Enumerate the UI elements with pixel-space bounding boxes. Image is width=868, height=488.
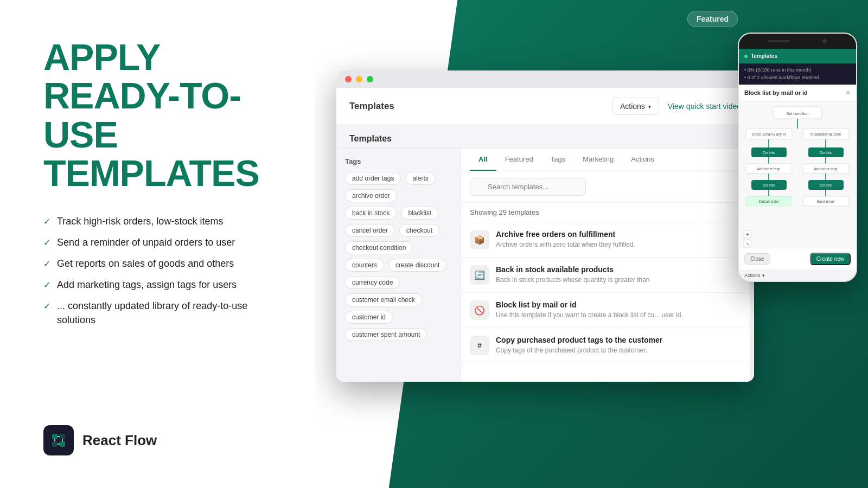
header-actions: Actions ▾ View quick start video	[612, 98, 741, 115]
phone-card-title: Block list by mail or id	[744, 89, 808, 96]
template-item-3[interactable]: 🚫 Block list by mail or id Use this temp…	[461, 293, 754, 328]
check-icon-1: ✓	[43, 216, 50, 228]
tag-back-in-stock[interactable]: back in stock	[345, 207, 397, 220]
tag-create-discount[interactable]: create discount	[388, 259, 446, 272]
check-icon-4: ✓	[43, 279, 50, 291]
templates-heading-text: Templates	[349, 134, 392, 143]
tag-cancel-order[interactable]: cancel order	[345, 224, 395, 237]
template-item-1[interactable]: 📦 Archive free orders on fulfillment Arc…	[461, 222, 754, 258]
template-desc-3: Use this template if you want to create …	[496, 311, 745, 320]
tab-featured[interactable]: Featured	[496, 149, 542, 171]
tag-alerts[interactable]: alerts	[405, 172, 435, 185]
svg-text:retailer@email.com: retailer@email.com	[810, 132, 841, 136]
logo-box	[43, 425, 74, 455]
feature-item-1: ✓ Track high-risk orders, low-stock item…	[43, 215, 282, 228]
tab-all[interactable]: All	[470, 149, 496, 171]
template-name-1: Archive free orders on fulfillment	[496, 230, 745, 239]
dot-close[interactable]	[345, 76, 352, 82]
template-item-2[interactable]: 🔄 Back in stock available products Back …	[461, 258, 754, 293]
heading-line3: TEMPLATES	[43, 152, 259, 194]
templates-subheading: Templates	[336, 125, 754, 149]
template-info-2: Back in stock available products Back in…	[496, 265, 745, 285]
feature-list: ✓ Track high-risk orders, low-stock item…	[43, 215, 282, 327]
template-desc-4: Copy tags of the purchased product to th…	[496, 346, 745, 355]
page-title: Templates	[349, 101, 394, 112]
close-icon[interactable]: ✕	[845, 89, 851, 97]
tag-add-order-tags[interactable]: add order tags	[345, 172, 401, 185]
svg-text:Cancel order: Cancel order	[758, 200, 779, 203]
browser-bar	[336, 70, 754, 88]
phone-speaker	[768, 40, 790, 42]
tag-checkout[interactable]: checkout	[399, 224, 439, 237]
phone-usage-line2: • 0 of 2 allowed workflows enabled	[744, 74, 851, 82]
left-panel: APPLY READY-TO-USE TEMPLATES ✓ Track hig…	[0, 0, 315, 488]
dot-minimize[interactable]	[356, 76, 362, 82]
phone-card-header: Block list by mail or id ✕	[739, 85, 856, 101]
phone-header: Templates	[739, 49, 856, 63]
tag-counters[interactable]: counters	[345, 259, 384, 272]
tab-tags[interactable]: Tags	[542, 149, 574, 171]
dot-maximize[interactable]	[367, 76, 373, 82]
template-desc-1: Archive orders with zero total when they…	[496, 240, 745, 249]
tag-blacklist[interactable]: blacklist	[401, 207, 438, 220]
workflow-svg: Set condition Order: Email is any of ret…	[739, 101, 856, 248]
tag-archive-order[interactable]: archive order	[345, 189, 397, 202]
phone-top-bar	[739, 34, 856, 49]
phone-camera	[822, 39, 827, 43]
tag-currency-code[interactable]: currency code	[345, 276, 400, 289]
phone-create-button[interactable]: Create new	[810, 253, 851, 265]
search-wrapper: 🔍	[470, 178, 745, 196]
tabs-bar: All Featured Tags Marketing Actions	[461, 149, 754, 171]
heading-line1: APPLY	[43, 36, 160, 78]
svg-text:Add order tags: Add order tags	[757, 167, 781, 171]
phone-footer: Close Create new	[739, 248, 856, 269]
template-icon-1: 📦	[470, 230, 489, 249]
template-name-2: Back in stock available products	[496, 265, 745, 274]
logo-icon	[50, 432, 67, 449]
phone-usage-line1: • 0% (0/100 runs in this month)	[744, 67, 851, 74]
browser-body: Tags add order tags alerts archive order…	[336, 149, 754, 382]
logo-name: React Flow	[82, 432, 157, 449]
svg-text:⤡: ⤡	[746, 242, 750, 247]
quick-start-link[interactable]: View quick start video	[668, 102, 741, 111]
check-icon-2: ✓	[43, 237, 50, 249]
phone-close-button[interactable]: Close	[744, 253, 770, 265]
svg-rect-0	[52, 434, 58, 439]
svg-text:Do this: Do this	[820, 151, 832, 155]
svg-text:Send email: Send email	[817, 200, 835, 203]
phone-actions-bar: Actions ▾	[739, 269, 856, 281]
svg-text:Set condition: Set condition	[787, 112, 809, 115]
template-info-4: Copy purchased product tags to the custo…	[496, 336, 745, 355]
svg-rect-3	[60, 441, 65, 447]
tag-customer-spent-amount[interactable]: customer spent amount	[345, 328, 427, 341]
feature-item-3: ✓ Get reports on sales of goods and othe…	[43, 257, 282, 271]
phone-actions-button[interactable]: Actions ▾	[744, 273, 765, 278]
tab-actions[interactable]: Actions	[622, 149, 663, 171]
tag-checkout-condition[interactable]: checkout condition	[345, 241, 413, 254]
feature-item-5: ✓ ... constantly updated library of read…	[43, 299, 282, 326]
template-desc-2: Back in stock products whose quantity is…	[496, 275, 745, 285]
tag-customer-email-check[interactable]: customer email check	[345, 293, 422, 306]
tags-sidebar: Tags add order tags alerts archive order…	[336, 149, 461, 382]
template-item-4[interactable]: # Copy purchased product tags to the cus…	[461, 328, 754, 363]
svg-rect-1	[60, 434, 65, 439]
template-icon-2: 🔄	[470, 265, 489, 285]
feature-item-2: ✓ Send a reminder of unpaid orders to us…	[43, 236, 282, 249]
workflow-canvas: Set condition Order: Email is any of ret…	[739, 101, 856, 248]
chevron-down-icon: ▾	[648, 104, 651, 110]
check-icon-3: ✓	[43, 258, 50, 270]
template-name-3: Block list by mail or id	[496, 300, 745, 309]
actions-label: Actions	[620, 102, 645, 111]
svg-text:+: +	[746, 232, 749, 237]
templates-list: All Featured Tags Marketing Actions 🔍 Sh…	[461, 149, 754, 382]
chevron-down-icon: ▾	[762, 273, 765, 278]
search-input[interactable]	[470, 178, 586, 196]
actions-button[interactable]: Actions ▾	[612, 98, 659, 115]
phone-mockup: Templates • 0% (0/100 runs in this month…	[738, 33, 857, 282]
showing-count: Showing 29 templates	[461, 203, 754, 222]
tab-marketing[interactable]: Marketing	[574, 149, 622, 171]
tag-customer-id[interactable]: customer id	[345, 311, 393, 324]
svg-text:Do this: Do this	[763, 183, 775, 187]
svg-text:Do this: Do this	[820, 183, 832, 187]
heading-line2: READY-TO-USE	[43, 75, 241, 155]
